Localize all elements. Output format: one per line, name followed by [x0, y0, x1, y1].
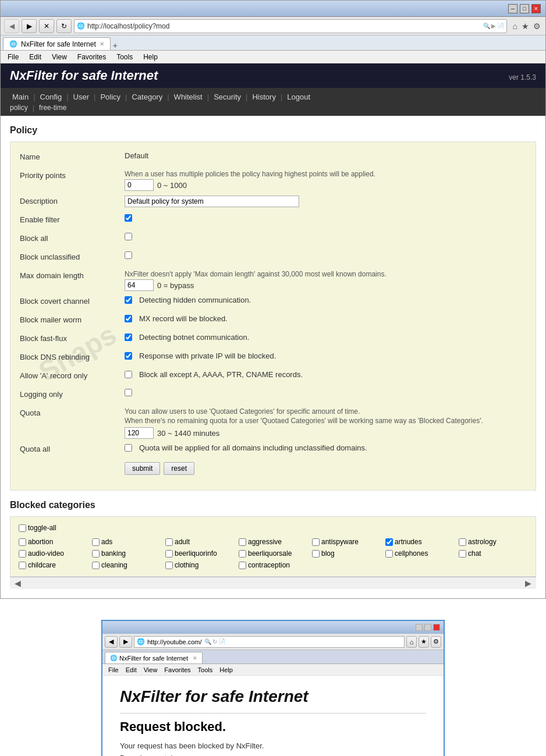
maximize-button-2[interactable]	[424, 624, 431, 631]
scroll-left[interactable]: ◀	[15, 578, 21, 588]
address-extra: ▶	[491, 23, 496, 29]
toggle-all-checkbox[interactable]	[19, 524, 26, 532]
back-button-2[interactable]: ◀	[105, 636, 118, 648]
menu-view[interactable]: View	[47, 52, 72, 62]
cat-audiovideo[interactable]: audio-video	[16, 548, 90, 559]
cat-chat[interactable]: chat	[456, 548, 530, 559]
quota-all-checkbox[interactable]	[125, 444, 132, 452]
allow-a-checkbox[interactable]	[125, 371, 132, 378]
block-mailer-checkbox[interactable]	[125, 315, 132, 322]
maximize-button[interactable]: □	[520, 4, 529, 13]
nav-main[interactable]: Main	[8, 91, 33, 102]
forward-button[interactable]: ▶	[22, 19, 37, 33]
submit-button[interactable]: submit	[125, 462, 160, 475]
cat-banking[interactable]: banking	[90, 548, 163, 559]
cat-ads[interactable]: ads	[90, 537, 163, 547]
cat-antispyware[interactable]: antispyware	[310, 537, 383, 547]
tab-close-1[interactable]: ✕	[100, 41, 104, 47]
priority-inline: 0 ~ 1000	[125, 179, 526, 191]
minimize-button[interactable]: ─	[508, 4, 517, 13]
stop-button[interactable]: ✕	[39, 19, 54, 33]
cat-abortion[interactable]: abortion	[16, 537, 90, 547]
menu-help[interactable]: Help	[139, 52, 162, 62]
cat-beerliquorsale[interactable]: beerliquorsale	[236, 548, 310, 559]
menu-favorites[interactable]: Favorites	[73, 52, 111, 62]
menu-edit[interactable]: Edit	[24, 52, 46, 62]
menu2-view[interactable]: View	[140, 666, 161, 674]
cat-cellphones[interactable]: cellphones	[383, 548, 456, 559]
nav-right-buttons: ⌂ ★ ⚙	[512, 20, 542, 32]
forward-button-2[interactable]: ▶	[119, 636, 132, 648]
tab-icon-2: 🌐	[110, 655, 117, 661]
cat-beerliquorinfo[interactable]: beerliquorinfo	[163, 548, 236, 559]
nav-logout[interactable]: Logout	[282, 91, 315, 102]
close-button-2[interactable]	[433, 624, 440, 631]
cat-artnudes[interactable]: artnudes	[383, 537, 456, 547]
nav-whitelist[interactable]: Whitelist	[169, 91, 207, 102]
address-text-2[interactable]: http://youtube.com/	[147, 638, 202, 645]
nav-history[interactable]: History	[247, 91, 280, 102]
back-button[interactable]: ◀	[4, 19, 19, 33]
cat-contraception[interactable]: contraception	[236, 560, 310, 570]
app-version: ver 1.5.3	[509, 73, 536, 81]
cat-astrology[interactable]: astrology	[456, 537, 530, 547]
cat-blog[interactable]: blog	[310, 548, 383, 559]
home-button[interactable]: ⌂	[512, 20, 519, 32]
minimize-button-2[interactable]	[416, 624, 423, 631]
enable-filter-checkbox[interactable]	[125, 214, 132, 222]
block-unclassified-checkbox[interactable]	[125, 251, 132, 259]
close-button[interactable]: ✕	[531, 4, 541, 13]
maxdomain-input[interactable]	[125, 279, 154, 291]
logging-checkbox[interactable]	[125, 389, 132, 396]
nav-bar-2: ◀ ▶ 🌐 http://youtube.com/ 🔍 ↻ 📄 ⌂ ★ ⚙	[102, 634, 444, 650]
menu2-edit[interactable]: Edit	[122, 666, 140, 674]
tab-1[interactable]: 🌐 NxFilter for safe Internet ✕	[3, 37, 111, 50]
cat-cleaning[interactable]: cleaning	[90, 560, 163, 570]
new-tab-button[interactable]: +	[113, 41, 118, 50]
refresh-button[interactable]: ↻	[56, 19, 72, 33]
cat-clothing[interactable]: clothing	[163, 560, 236, 570]
menu2-file[interactable]: File	[105, 666, 122, 674]
menu-file[interactable]: File	[3, 52, 23, 62]
nav-category[interactable]: Category	[127, 91, 167, 102]
menu2-help[interactable]: Help	[216, 666, 236, 674]
nav-sub-freetime[interactable]: free-time	[37, 104, 69, 112]
reset-button[interactable]: reset	[164, 462, 194, 475]
scroll-right[interactable]: ▶	[525, 578, 531, 588]
nav-user[interactable]: User	[69, 91, 94, 102]
menu2-tools[interactable]: Tools	[194, 666, 217, 674]
window-controls: ─ □ ✕	[508, 4, 541, 13]
cat-aggressive[interactable]: aggressive	[236, 537, 310, 547]
favorites-button[interactable]: ★	[520, 20, 530, 32]
block-covert-checkbox[interactable]	[125, 296, 132, 304]
form-row-fastflux: Block fast-flux Detecting botnet communi…	[20, 333, 526, 347]
address-text[interactable]: http://localhost/policy?mod	[87, 22, 481, 30]
block-fastflux-checkbox[interactable]	[125, 333, 132, 341]
value-logging	[125, 389, 526, 398]
menu2-favorites[interactable]: Favorites	[161, 666, 194, 674]
tab-close-2[interactable]: ✕	[193, 655, 197, 661]
blocked-categories-section: Blocked categories toggle-all abortion	[10, 500, 536, 577]
tab-active-2[interactable]: 🌐 NxFilter for safe Internet ✕	[105, 652, 203, 663]
tools-button[interactable]: ⚙	[532, 20, 542, 32]
quota-input[interactable]	[125, 427, 154, 439]
settings-button-2[interactable]: ⚙	[431, 636, 441, 648]
mailer-text: MX record will be blocked.	[139, 314, 228, 323]
toggle-all-item[interactable]: toggle-all	[16, 523, 530, 533]
nav-config[interactable]: Config	[36, 91, 67, 102]
cat-adult[interactable]: adult	[163, 537, 236, 547]
cat-childcare[interactable]: childcare	[16, 560, 90, 570]
nav-security[interactable]: Security	[209, 91, 246, 102]
priority-input[interactable]	[125, 179, 154, 191]
description-input[interactable]	[125, 196, 299, 207]
block-all-checkbox[interactable]	[125, 233, 132, 240]
block-dns-checkbox[interactable]	[125, 352, 132, 360]
menu-tools[interactable]: Tools	[112, 52, 137, 62]
home-button-2[interactable]: ⌂	[406, 636, 417, 648]
star-button-2[interactable]: ★	[419, 636, 429, 648]
address-bar-2[interactable]: 🌐 http://youtube.com/ 🔍 ↻ 📄	[134, 636, 405, 648]
nav-policy[interactable]: Policy	[95, 91, 125, 102]
nav-sub-policy[interactable]: policy	[8, 104, 30, 112]
address-bar[interactable]: 🌐 http://localhost/policy?mod 🔍 ▶ 📄	[74, 19, 507, 33]
blocked-heading: Request blocked.	[120, 719, 426, 734]
